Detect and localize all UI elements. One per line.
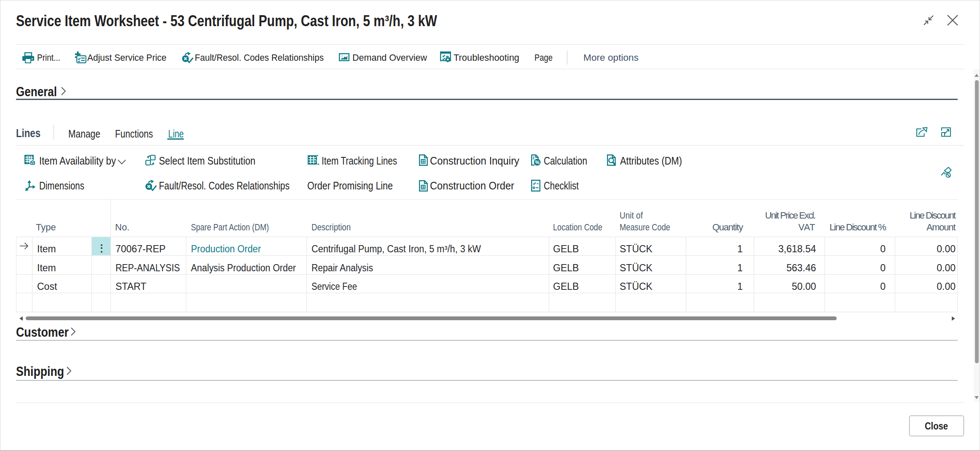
- svg-text:%: %: [535, 159, 540, 165]
